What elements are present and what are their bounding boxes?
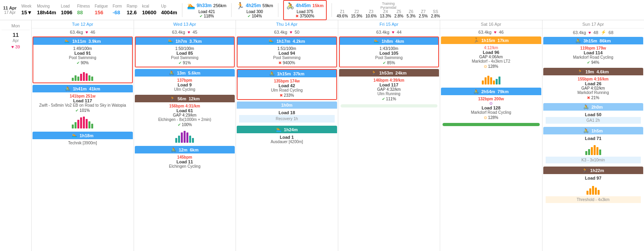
sun-heart-val: 48 (593, 30, 598, 35)
thu-swim2-header: 🏊 1h24m (237, 126, 337, 133)
thu-recovery-block[interactable]: 1h0m Load 18 Recovery 1h (237, 102, 337, 124)
tue-bike-time: 1h41m (73, 86, 87, 91)
tue-bike-load: Load 117 (35, 98, 130, 103)
run-dist: 59km (263, 3, 273, 8)
bike-pct: ✖ 37500% (295, 14, 314, 18)
wed-bike2-block[interactable]: 🚴 12m 6km 145bpm Load 11 Elchingen Cycli… (135, 146, 235, 170)
bar (80, 117, 82, 128)
wed-heart-val: 45 (192, 30, 197, 34)
wed-run-body: 156bpm 4:31/km Load 61 GAP 4:29/km Elchi… (135, 102, 235, 128)
sat-bike-body: 132bpm 200w ⊙ Load 128 Markdorf Road Cyc… (441, 95, 541, 121)
ramp-label: Ramp (126, 4, 137, 9)
up-value: 4004m (161, 9, 177, 16)
training-zones: TrainingPyramidal Z149.6% Z215.9% Z310.6… (337, 2, 440, 18)
moving-value: 18h44m (37, 9, 56, 16)
sun-run2-block[interactable]: 🏃 1h22m Load 97 Threshold - 4x3km (543, 167, 644, 205)
sat-bike-bar (443, 123, 540, 126)
sat-bike-block[interactable]: 🚴 2h54m 79km 132bpm 200w ⊙ Load 128 Mark… (441, 88, 541, 128)
wed-swim-block[interactable]: 🏊 1h7m 3.7km 1:50/100m Load 85 Pool Swim… (135, 36, 235, 67)
sun-run-block[interactable]: 🏃 19m 4.6km 155bpm 4:16/km Load 26 GAP 4… (543, 68, 644, 102)
week-label: Week (21, 4, 32, 9)
tue-swim-dist: 3.9km (88, 39, 101, 44)
day-col-tue: Tue 12 Apr 63.4kg ♥ 46 🏊 1h11m 3.9km 1:4… (32, 20, 134, 251)
bike-icon-w: 🚴 (169, 70, 174, 75)
sun-bike3-body: Load 71 K3 - 3x10min (543, 134, 644, 165)
sat-run-block[interactable]: 🏃 1h15m 17km 4:12/km Load 96 GAP 4:06/km… (441, 36, 541, 86)
wed-run-header: 🏃 56m 12km (135, 95, 235, 102)
wed-bike-body: 137bpm Load 9 Ulm Cycling (135, 77, 235, 93)
form-section: Form -68 (113, 4, 122, 16)
thu-bike-dist: 37km (293, 71, 305, 76)
sat-bike-dist: 79km (498, 89, 509, 94)
sat-run-load: Load 96 (443, 50, 539, 55)
sun-run-bpm: 155bpm 4:16/km (546, 77, 641, 81)
fitness-label: Fitness (77, 4, 90, 9)
tue-weight-val: 63.4kg (70, 30, 83, 34)
thu-swim2-block[interactable]: 🏊 1h24m Load 1 Ausdauer [4200m] (237, 126, 337, 146)
bar (91, 124, 93, 128)
tue-swim-block[interactable]: 🏊 1h11m 3.9km 1:49/100m Load 91 Pool Swi… (33, 36, 133, 83)
thu-bike-status: ✖ 233% (240, 93, 334, 98)
tue-swim-header: 🏊 1h11m 3.9km (33, 37, 132, 45)
swim-icon-th: 🏊 (268, 38, 274, 44)
sun-run-status: ✖ 21% (546, 96, 641, 100)
mon-header: Mon (2, 22, 30, 30)
thu-weight: 63.4kg ♥ 50 (236, 29, 338, 36)
run-icon-w: 🏃 (170, 96, 175, 101)
thu-recovery-header: 1h0m (237, 102, 337, 109)
fri-weight: 63.4kg ♥ 44 (338, 29, 440, 36)
sun-bike3-block[interactable]: 🚴 1h5m Load 71 K3 - 3x10min (543, 127, 644, 165)
tue-swim2-time: 1h18m (80, 133, 94, 138)
sun-bike-name: Markdorf Road Cycling (546, 55, 641, 59)
swim-icon-t: 🏊 (72, 133, 77, 138)
tue-swim2-header: 🏊 1h18m (33, 132, 133, 139)
thu-swim-header: 🏊 1h17m 4.2km (238, 37, 336, 45)
thu-bike-load: Load 42 (240, 83, 334, 88)
wed-bike-dist: 5.6km (188, 71, 200, 75)
thu-swim-block[interactable]: 🏊 1h17m 4.2km 1:51/100m Load 94 Pool Swi… (237, 36, 337, 67)
bike-summary: 🚴 4h45m 15km Load 375 ✖ 37500% (283, 0, 327, 20)
divider-1 (182, 3, 182, 17)
sat-bike-time: 2h54m (481, 89, 495, 94)
bar (591, 147, 593, 155)
sat-bike-name: Markdorf Road Cycling (443, 110, 539, 115)
thu-bike-block[interactable]: 🚴 1h15m 37km 135bpm 174w Load 42 Ulm Roa… (237, 69, 337, 100)
run-icon-sun2: 🏃 (582, 168, 588, 173)
fri-run-dist: 24km (395, 71, 406, 75)
sun-bike-block[interactable]: 🚴 3h15m 86km 119bpm 179w Load 114 Markdo… (543, 37, 644, 66)
tue-swim-status: ✔ 90% (36, 61, 130, 65)
sun-run2-load: Load 97 (546, 176, 641, 180)
fatigue-label: Fatigue (95, 4, 108, 9)
load-value: 1096 (61, 9, 73, 16)
fri-run-bpm: 146bpm 4:39/km (341, 78, 437, 82)
bar (72, 78, 74, 81)
sun-bike2-block[interactable]: 🚴 2h0m Load 50 GA1 2h (543, 103, 644, 125)
bike-icon-sun: 🚴 (575, 38, 581, 43)
fri-run-block[interactable]: 🏃 1h53m 24km 146bpm 4:39/km Load 117 GAP… (339, 69, 439, 109)
sun-bike-bpm: 119bpm 179w (546, 46, 641, 50)
wed-run-block[interactable]: 🏃 56m 12km 156bpm 4:31/km Load 61 GAP 4:… (135, 95, 235, 144)
tue-swim2-block[interactable]: 🏊 1h18m Technik [3900m] (33, 132, 133, 147)
fri-swim-block[interactable]: 🏊 1h8m 4km 1:43/100m Load 105 Pool Swimm… (339, 36, 439, 67)
fri-swim-body: 1:43/100m Load 105 Pool Swimming ✔ 85% (340, 45, 439, 67)
bar (88, 75, 90, 81)
week-start: 11 Apr (3, 6, 17, 10)
thu-swim-dist: 4.2km (293, 39, 305, 44)
sun-bolt-icon: ⚡ (601, 30, 606, 35)
thu-swim2-body: Load 1 Ausdauer [4200m] (237, 133, 337, 146)
swim-icon-s: 🏊 (64, 38, 70, 44)
sun-run-header: 🏃 19m 4.6km (543, 68, 644, 75)
sat-bike-load: Load 128 (443, 105, 539, 110)
wed-bike-block[interactable]: 🚴 13m 5.6km 137bpm Load 9 Ulm Cycling (135, 69, 235, 93)
sat-header: Sat 16 Apr (440, 20, 542, 29)
thu-bike-bpm: 135bpm 174w (240, 79, 334, 83)
tue-swim-pace: 1:49/100m (36, 46, 130, 51)
swim-icon-f: 🏊 (374, 38, 379, 44)
swim-pct: ✔ 118% (199, 14, 214, 18)
bike-icon: 🚴 (286, 2, 294, 10)
form-label: Form (113, 4, 122, 9)
sun-bike2-body: Load 50 GA1 2h (543, 111, 644, 125)
sat-heart-icon: ♥ (494, 30, 496, 34)
tue-bike-block[interactable]: 🚴 1h41m 41km 141bpm 251w Load 117 Zwift … (33, 85, 133, 130)
bar (496, 79, 498, 84)
